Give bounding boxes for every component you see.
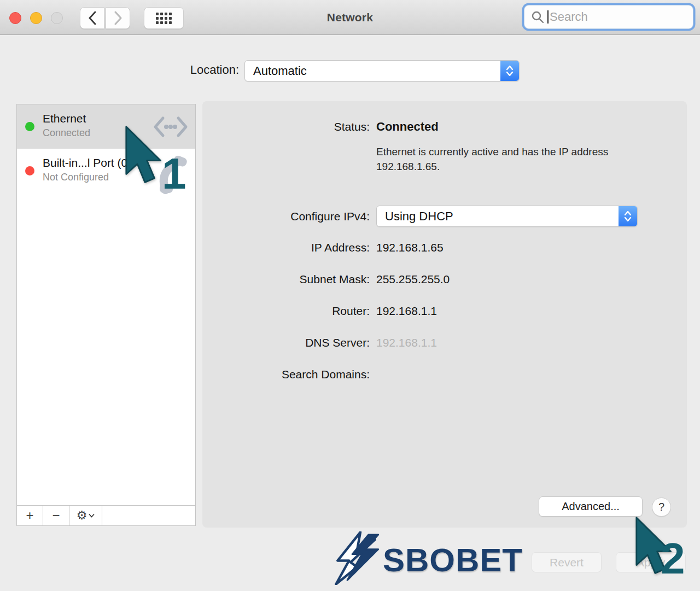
service-status: Connected [43, 127, 90, 139]
router-label: Router: [202, 305, 370, 318]
chevron-left-icon [88, 11, 97, 25]
location-dropdown[interactable]: Automatic [244, 60, 520, 81]
status-dot-green [25, 122, 34, 131]
location-row: Location: Automatic [0, 59, 700, 82]
configure-ipv4-label: Configure IPv4: [202, 210, 370, 223]
sbobet-watermark: SBOBET [332, 531, 508, 586]
ip-address-value: 192.168.1.65 [376, 241, 444, 254]
sidebar-toolbar: + − ⚙ [17, 505, 195, 525]
status-label: Status: [202, 120, 370, 133]
search-placeholder: Search [550, 10, 588, 24]
service-name: Ethernet [43, 112, 90, 125]
watermark-text: SBOBET [383, 541, 523, 579]
forward-button[interactable] [106, 7, 130, 29]
minimize-button[interactable] [30, 12, 42, 24]
text-caret [547, 10, 549, 24]
dns-server-value: 192.168.1.1 [376, 336, 437, 349]
configure-ipv4-value: Using DHCP [377, 209, 619, 224]
dropdown-stepper-icon [619, 206, 637, 226]
remove-service-button[interactable]: − [43, 506, 69, 525]
advanced-button[interactable]: Advanced... [539, 496, 643, 517]
search-input[interactable]: Search [524, 5, 693, 29]
gear-icon: ⚙ [77, 508, 88, 523]
step-2-label: 2 [661, 537, 685, 581]
subnet-mask-label: Subnet Mask: [202, 273, 370, 286]
search-icon [531, 10, 544, 24]
show-all-button[interactable] [144, 7, 184, 29]
chevron-down-icon [89, 514, 95, 518]
configure-ipv4-dropdown[interactable]: Using DHCP [376, 206, 638, 227]
actions-menu-button[interactable]: ⚙ [69, 506, 102, 525]
service-status: Not Configured [43, 172, 131, 183]
service-name: Built-in...l Port (0) [43, 156, 131, 169]
location-label: Location: [190, 63, 239, 77]
status-description: Ethernet is currently active and has the… [376, 144, 618, 174]
dropdown-stepper-icon [500, 61, 519, 81]
close-button[interactable] [9, 12, 21, 24]
router-value: 192.168.1.1 [376, 305, 437, 318]
titlebar: Network Search [0, 0, 700, 35]
step-1-label: 1 [162, 152, 186, 196]
network-preferences-window: Network Search Location: Automatic Ether… [0, 0, 700, 591]
add-service-button[interactable]: + [17, 506, 43, 525]
search-domains-label: Search Domains: [202, 368, 370, 381]
ip-address-label: IP Address: [202, 241, 370, 254]
subnet-mask-value: 255.255.255.0 [376, 273, 450, 286]
connection-details-panel: Status: Connected Ethernet is currently … [202, 101, 687, 528]
grid-icon [156, 13, 172, 24]
back-button[interactable] [80, 7, 104, 29]
dns-server-label: DNS Server: [202, 336, 370, 349]
page-title: Network [241, 0, 459, 35]
location-value: Automatic [245, 64, 500, 78]
help-button[interactable]: ? [652, 498, 671, 517]
fullscreen-button[interactable] [51, 12, 63, 24]
chevron-right-icon [114, 11, 122, 25]
revert-button[interactable]: Revert [532, 552, 602, 572]
status-dot-red [25, 166, 34, 175]
status-value: Connected [376, 120, 439, 134]
lightning-bolt-icon [332, 531, 382, 585]
